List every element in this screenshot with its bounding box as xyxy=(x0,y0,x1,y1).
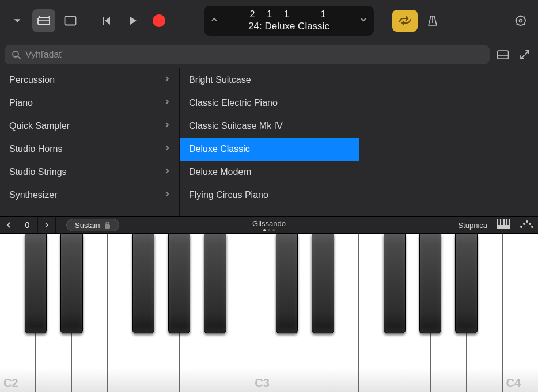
svg-rect-9 xyxy=(501,219,503,225)
svg-rect-0 xyxy=(38,18,50,25)
chevron-right-icon xyxy=(164,167,170,177)
svg-point-16 xyxy=(531,226,533,228)
preset-label: Flying Circus Piano xyxy=(189,190,268,200)
category-row[interactable]: Studio Strings xyxy=(0,161,179,184)
page-dots xyxy=(252,229,286,231)
svg-point-15 xyxy=(529,223,531,225)
svg-point-14 xyxy=(526,220,528,223)
svg-rect-8 xyxy=(498,219,500,225)
octave-label: C4 xyxy=(506,376,521,390)
browser-toggle-button[interactable] xyxy=(32,9,55,32)
svg-point-12 xyxy=(520,226,522,228)
svg-rect-11 xyxy=(507,219,509,225)
lcd-display[interactable]: 2 1 1 1 24: Deluxe Classic xyxy=(204,6,374,36)
preset-label: Classic Suitcase Mk IV xyxy=(189,121,283,131)
preset-label: Deluxe Classic xyxy=(189,144,250,154)
white-key[interactable]: C4 xyxy=(503,234,538,392)
preset-row[interactable]: Deluxe Modern xyxy=(180,161,359,184)
record-button[interactable] xyxy=(147,9,171,32)
octave-label: C2 xyxy=(3,376,18,390)
black-key[interactable] xyxy=(419,234,441,333)
category-row[interactable]: Studio Horns xyxy=(0,138,179,161)
category-row[interactable]: Synthesizer xyxy=(0,184,179,207)
category-label: Percussion xyxy=(9,75,55,85)
display-next-button[interactable] xyxy=(359,15,368,26)
settings-button[interactable] xyxy=(509,9,532,32)
preset-label: Bright Suitcase xyxy=(189,75,251,85)
category-label: Studio Horns xyxy=(9,144,63,154)
cycle-button[interactable] xyxy=(392,10,418,32)
arpeggiator-button[interactable] xyxy=(520,219,533,231)
black-key[interactable] xyxy=(60,234,82,333)
preset-label: Deluxe Modern xyxy=(189,167,252,177)
svg-rect-1 xyxy=(65,17,76,25)
preset-row[interactable]: Classic Electric Piano xyxy=(180,92,359,115)
scale-button[interactable]: Stupnica xyxy=(458,221,487,230)
black-key[interactable] xyxy=(168,234,190,333)
search-icon xyxy=(12,50,21,59)
preset-row[interactable]: Bright Suitcase xyxy=(180,68,359,92)
black-key[interactable] xyxy=(455,234,477,333)
view-toggle-button[interactable] xyxy=(59,9,82,32)
category-label: Studio Strings xyxy=(9,167,67,177)
chevron-right-icon xyxy=(164,75,170,85)
compact-view-button[interactable] xyxy=(494,46,512,63)
piano-keyboard[interactable]: C2C3C4 xyxy=(0,234,538,392)
black-key[interactable] xyxy=(25,234,47,333)
expand-button[interactable] xyxy=(516,46,533,63)
octave-stepper: 0 xyxy=(0,217,56,233)
black-key[interactable] xyxy=(276,234,298,333)
preset-column: Bright SuitcaseClassic Electric PianoCla… xyxy=(180,68,359,216)
octave-label: C3 xyxy=(255,376,270,390)
category-row[interactable]: Percussion xyxy=(0,68,179,92)
lock-icon xyxy=(104,222,111,229)
display-patch-name: 24: Deluxe Classic xyxy=(248,21,329,32)
sustain-toggle[interactable]: Sustain xyxy=(66,219,119,231)
glissando-label: Glissando xyxy=(252,219,286,228)
search-input[interactable] xyxy=(25,50,483,60)
category-row[interactable]: Piano xyxy=(0,92,179,115)
octave-value: 0 xyxy=(17,217,38,233)
svg-rect-6 xyxy=(105,224,110,229)
go-to-start-button[interactable] xyxy=(94,9,118,32)
chevron-right-icon xyxy=(164,144,170,154)
chevron-right-icon xyxy=(164,98,170,108)
preset-row[interactable]: Flying Circus Piano xyxy=(180,184,359,207)
black-key[interactable] xyxy=(132,234,154,333)
record-icon xyxy=(153,14,165,27)
keyboard-layout-button[interactable] xyxy=(497,219,510,231)
chevron-right-icon xyxy=(164,121,170,131)
category-label: Piano xyxy=(9,98,33,108)
display-position: 2 1 1 1 xyxy=(249,9,328,20)
black-key[interactable] xyxy=(312,234,334,333)
search-field-container[interactable] xyxy=(5,45,490,64)
preset-row[interactable]: Deluxe Classic xyxy=(180,138,359,161)
category-label: Quick Sampler xyxy=(9,121,70,131)
svg-rect-5 xyxy=(498,51,509,59)
black-key[interactable] xyxy=(204,234,226,333)
category-row[interactable]: Quick Sampler xyxy=(0,115,179,138)
svg-point-3 xyxy=(520,20,522,22)
play-button[interactable] xyxy=(121,9,144,32)
black-key[interactable] xyxy=(384,234,406,333)
svg-rect-10 xyxy=(505,219,506,225)
category-label: Synthesizer xyxy=(9,190,58,200)
display-prev-button[interactable] xyxy=(210,15,219,26)
glissando-mode[interactable]: Glissando xyxy=(252,219,286,231)
svg-point-13 xyxy=(523,223,525,225)
chevron-right-icon xyxy=(164,190,170,200)
metronome-button[interactable] xyxy=(421,9,444,32)
octave-down-button[interactable] xyxy=(0,217,17,233)
detail-column xyxy=(359,68,538,216)
sustain-label: Sustain xyxy=(75,221,100,230)
category-column: PercussionPianoQuick SamplerStudio Horns… xyxy=(0,68,180,216)
octave-up-button[interactable] xyxy=(38,217,55,233)
preset-label: Classic Electric Piano xyxy=(189,98,278,108)
preset-row[interactable]: Classic Suitcase Mk IV xyxy=(180,115,359,138)
nav-menu-dropdown[interactable] xyxy=(6,9,29,32)
